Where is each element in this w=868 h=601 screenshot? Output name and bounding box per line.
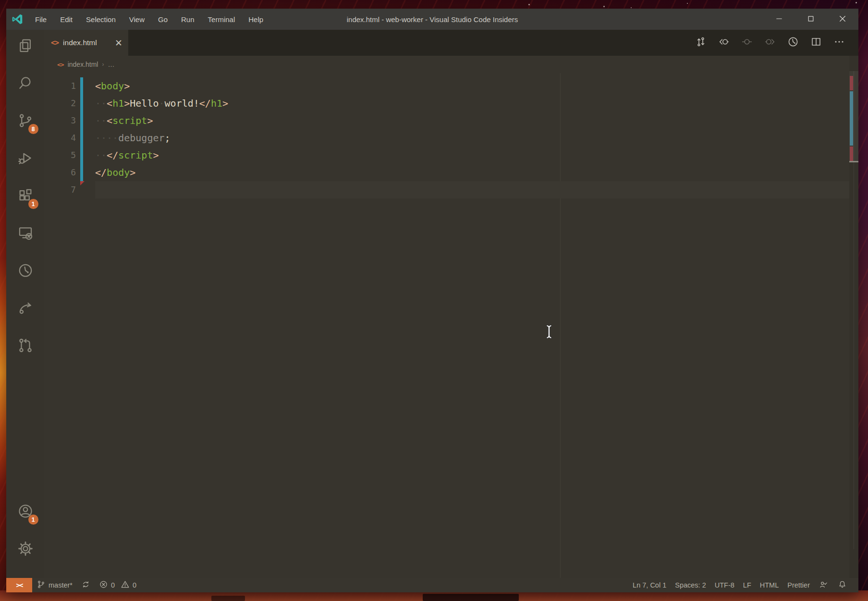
git-modified-gutter — [80, 164, 83, 181]
compare-changes-icon — [695, 36, 707, 49]
previous-change-icon — [718, 36, 730, 49]
window-controls — [763, 9, 858, 30]
breadcrumb-rest[interactable]: … — [108, 61, 114, 68]
status-git-branch-label: master* — [49, 581, 73, 589]
code-line-2[interactable]: 2··<h1>Hello·world!</h1> — [44, 95, 849, 112]
maximize-button[interactable] — [795, 9, 827, 30]
close-icon — [838, 14, 847, 25]
activity-bar-item-explorer[interactable] — [14, 35, 37, 58]
overview-ruler-mark — [850, 147, 853, 161]
vscode-insiders-logo-icon — [6, 9, 28, 30]
status-eol[interactable]: LF — [739, 578, 756, 592]
wallpaper-star — [856, 2, 857, 3]
line-number: 1 — [44, 77, 76, 95]
tab-close-icon[interactable]: ✕ — [115, 38, 122, 48]
menu-edit[interactable]: Edit — [53, 9, 79, 30]
more-actions-button[interactable] — [832, 36, 846, 49]
menu-view[interactable]: View — [122, 9, 151, 30]
status-problems[interactable]: 00 — [95, 578, 141, 592]
chevron-right-icon: › — [102, 61, 104, 68]
line-number: 6 — [44, 164, 76, 181]
status-cursor-position[interactable]: Ln 7, Col 1 — [628, 578, 671, 592]
git-modified-gutter — [80, 95, 83, 112]
minimize-icon — [775, 14, 783, 25]
menu-help[interactable]: Help — [242, 9, 270, 30]
status-language-mode-label: HTML — [760, 581, 779, 589]
editor-code-area[interactable]: 1<body>2··<h1>Hello·world!</h1>3··<scrip… — [44, 73, 849, 578]
activity-bar-item-deploy[interactable] — [14, 297, 37, 320]
deploy-icon — [17, 300, 34, 318]
activity-bar-item-extensions[interactable]: 1 — [14, 185, 37, 208]
ellipsis-icon — [833, 36, 845, 49]
wallpaper-patch — [423, 594, 519, 601]
run-debug-icon — [17, 150, 34, 168]
code-line-4[interactable]: 4····debugger; — [44, 129, 849, 147]
current-change-icon — [741, 36, 753, 49]
line-number: 3 — [44, 112, 76, 129]
code-line-5[interactable]: 5··</script> — [44, 147, 849, 164]
status-encoding[interactable]: UTF-8 — [710, 578, 739, 592]
tab-actions — [694, 30, 846, 56]
status-git-branch[interactable]: master* — [32, 578, 77, 592]
activity-bar-item-search[interactable] — [14, 73, 37, 96]
status-formatter-label: Prettier — [787, 581, 810, 589]
status-formatter[interactable]: Prettier — [783, 578, 814, 592]
badge-source-control: 8 — [28, 124, 38, 134]
run-or-debug-button[interactable] — [786, 36, 800, 49]
titlebar: FileEditSelectionViewGoRunTerminalHelp i… — [6, 9, 858, 30]
warning-icon — [121, 580, 130, 590]
editor-scrollbar[interactable] — [849, 56, 858, 578]
wallpaper-star — [603, 6, 605, 7]
activity-bar-item-run-and-debug[interactable] — [14, 147, 37, 171]
html-code-icon: <> — [51, 38, 59, 47]
wallpaper-star — [687, 3, 688, 4]
code-line-1[interactable]: 1<body> — [44, 77, 849, 95]
menu-bar: FileEditSelectionViewGoRunTerminalHelp — [28, 9, 270, 30]
status-indentation[interactable]: Spaces: 2 — [671, 578, 710, 592]
close-button[interactable] — [827, 9, 858, 30]
tab-index-html[interactable]: <> index.html ✕ — [44, 30, 128, 56]
status-bar: >< master*00 Ln 7, Col 1Spaces: 2UTF-8LF… — [6, 578, 858, 592]
activity-bar-item-accounts[interactable]: 1 — [14, 501, 37, 524]
breadcrumb[interactable]: <> index.html › … — [44, 56, 858, 73]
line-number: 4 — [44, 129, 76, 147]
status-feedback[interactable] — [814, 578, 833, 592]
status-language-mode[interactable]: HTML — [756, 578, 783, 592]
previous-change-button[interactable] — [717, 36, 731, 49]
code-lines: 1<body>2··<h1>Hello·world!</h1>3··<scrip… — [44, 77, 849, 198]
maximize-icon — [807, 14, 815, 25]
remote-indicator[interactable]: >< — [6, 578, 32, 592]
menu-terminal[interactable]: Terminal — [201, 9, 242, 30]
menu-run[interactable]: Run — [174, 9, 201, 30]
vscode-window: FileEditSelectionViewGoRunTerminalHelp i… — [6, 9, 858, 592]
status-problems-label: 0 — [111, 581, 115, 589]
breadcrumb-file[interactable]: index.html — [68, 61, 98, 68]
activity-bar-item-remote-explorer[interactable] — [14, 222, 37, 245]
status-encoding-label: UTF-8 — [715, 581, 734, 589]
line-number: 7 — [44, 181, 76, 198]
activity-bar-item-timeline[interactable] — [14, 260, 37, 283]
search-icon — [17, 75, 34, 93]
activity-bar-item-settings[interactable] — [14, 538, 37, 561]
split-editor-button[interactable] — [809, 36, 823, 49]
open-changes-button[interactable] — [694, 36, 708, 49]
code-text: </body> — [95, 164, 135, 181]
git-modified-gutter — [80, 112, 83, 129]
code-text: <body> — [95, 77, 130, 95]
status-sync[interactable] — [77, 578, 95, 592]
code-line-6[interactable]: 6</body> — [44, 164, 849, 181]
code-text: ··</script> — [95, 147, 159, 164]
git-modified-gutter — [80, 129, 83, 147]
status-notifications[interactable] — [833, 578, 852, 592]
menu-file[interactable]: File — [28, 9, 53, 30]
line-number: 5 — [44, 147, 76, 164]
code-line-7[interactable]: 7 — [44, 181, 849, 198]
gear-icon — [17, 540, 34, 559]
menu-go[interactable]: Go — [151, 9, 174, 30]
menu-selection[interactable]: Selection — [79, 9, 122, 30]
code-line-3[interactable]: 3··<script> — [44, 112, 849, 129]
git-branch-icon — [37, 580, 46, 590]
activity-bar-item-github-pull-requests[interactable] — [14, 335, 37, 358]
activity-bar-item-source-control[interactable]: 8 — [14, 110, 37, 133]
minimize-button[interactable] — [763, 9, 795, 30]
